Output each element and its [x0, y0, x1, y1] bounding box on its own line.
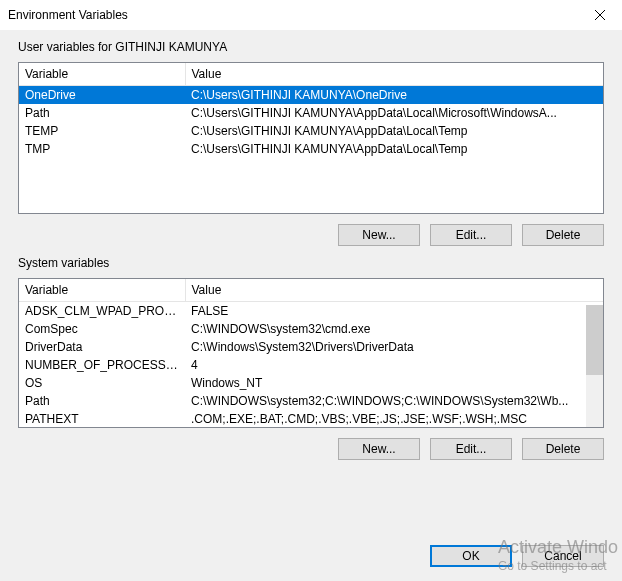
system-scrollbar[interactable] [586, 305, 603, 427]
user-row-var: TEMP [19, 122, 185, 140]
user-new-button[interactable]: New... [338, 224, 420, 246]
dialog-title: Environment Variables [8, 8, 577, 22]
user-row-var: OneDrive [19, 86, 185, 105]
user-row[interactable]: TMPC:\Users\GITHINJI KAMUNYA\AppData\Loc… [19, 140, 603, 158]
user-row[interactable]: TEMPC:\Users\GITHINJI KAMUNYA\AppData\Lo… [19, 122, 603, 140]
titlebar: Environment Variables [0, 0, 622, 30]
system-row[interactable]: NUMBER_OF_PROCESSORS4 [19, 356, 603, 374]
scroll-thumb[interactable] [586, 305, 603, 375]
system-row[interactable]: ComSpecC:\WINDOWS\system32\cmd.exe [19, 320, 603, 338]
close-button[interactable] [577, 0, 622, 30]
system-row-var: DriverData [19, 338, 185, 356]
user-delete-button[interactable]: Delete [522, 224, 604, 246]
user-row[interactable]: PathC:\Users\GITHINJI KAMUNYA\AppData\Lo… [19, 104, 603, 122]
user-row-val: C:\Users\GITHINJI KAMUNYA\AppData\Local\… [185, 140, 603, 158]
system-row-var: Path [19, 392, 185, 410]
system-row-var: NUMBER_OF_PROCESSORS [19, 356, 185, 374]
system-vars-table[interactable]: Variable Value ADSK_CLM_WPAD_PROXY_...FA… [18, 278, 604, 428]
system-row-val: C:\WINDOWS\system32\cmd.exe [185, 320, 603, 338]
env-vars-dialog: Environment Variables User variables for… [0, 0, 622, 581]
user-vars-label: User variables for GITHINJI KAMUNYA [18, 40, 604, 54]
system-vars-buttons: New... Edit... Delete [18, 438, 604, 460]
system-row-val: FALSE [185, 302, 603, 321]
system-new-button[interactable]: New... [338, 438, 420, 460]
user-row-val: C:\Users\GITHINJI KAMUNYA\AppData\Local\… [185, 104, 603, 122]
user-row-val: C:\Users\GITHINJI KAMUNYA\OneDrive [185, 86, 603, 105]
system-row-var: ADSK_CLM_WPAD_PROXY_... [19, 302, 185, 321]
system-row-val: 4 [185, 356, 603, 374]
system-row[interactable]: DriverDataC:\Windows\System32\Drivers\Dr… [19, 338, 603, 356]
close-icon [595, 10, 605, 20]
system-row-var: OS [19, 374, 185, 392]
user-row-var: TMP [19, 140, 185, 158]
system-col-value[interactable]: Value [185, 279, 603, 302]
system-row-val: .COM;.EXE;.BAT;.CMD;.VBS;.VBE;.JS;.JSE;.… [185, 410, 603, 428]
system-edit-button[interactable]: Edit... [430, 438, 512, 460]
user-row-var: Path [19, 104, 185, 122]
user-edit-button[interactable]: Edit... [430, 224, 512, 246]
dialog-content: User variables for GITHINJI KAMUNYA Vari… [0, 30, 622, 535]
system-col-variable[interactable]: Variable [19, 279, 185, 302]
cancel-button[interactable]: Cancel [522, 545, 604, 567]
system-row-var: ComSpec [19, 320, 185, 338]
user-vars-group: User variables for GITHINJI KAMUNYA Vari… [18, 40, 604, 246]
system-row-val: Windows_NT [185, 374, 603, 392]
system-row[interactable]: PathC:\WINDOWS\system32;C:\WINDOWS;C:\WI… [19, 392, 603, 410]
user-row-val: C:\Users\GITHINJI KAMUNYA\AppData\Local\… [185, 122, 603, 140]
user-row[interactable]: OneDriveC:\Users\GITHINJI KAMUNYA\OneDri… [19, 86, 603, 105]
user-vars-table[interactable]: Variable Value OneDriveC:\Users\GITHINJI… [18, 62, 604, 214]
system-row[interactable]: OSWindows_NT [19, 374, 603, 392]
system-vars-group: System variables Variable Value ADSK_CLM… [18, 256, 604, 460]
system-row-var: PATHEXT [19, 410, 185, 428]
user-col-variable[interactable]: Variable [19, 63, 185, 86]
system-row-val: C:\WINDOWS\system32;C:\WINDOWS;C:\WINDOW… [185, 392, 603, 410]
ok-button[interactable]: OK [430, 545, 512, 567]
system-row-val: C:\Windows\System32\Drivers\DriverData [185, 338, 603, 356]
user-col-value[interactable]: Value [185, 63, 603, 86]
user-vars-buttons: New... Edit... Delete [18, 224, 604, 246]
system-row[interactable]: PATHEXT.COM;.EXE;.BAT;.CMD;.VBS;.VBE;.JS… [19, 410, 603, 428]
system-row[interactable]: ADSK_CLM_WPAD_PROXY_...FALSE [19, 302, 603, 321]
system-delete-button[interactable]: Delete [522, 438, 604, 460]
system-vars-label: System variables [18, 256, 604, 270]
dialog-footer: OK Cancel [0, 535, 622, 581]
